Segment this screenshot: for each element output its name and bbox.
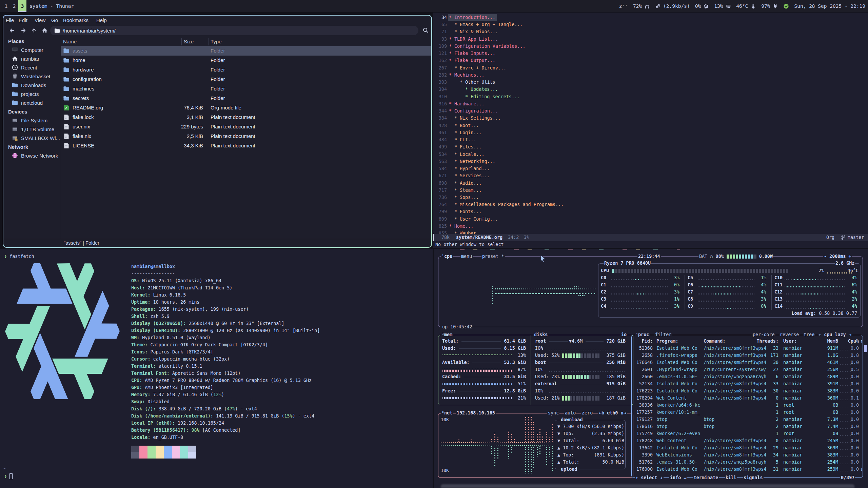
search-button[interactable] (422, 26, 430, 35)
workspace-button-1[interactable]: 1 (2, 0, 10, 12)
file-row-configuration[interactable]: configurationFolder (61, 75, 431, 84)
proc-count[interactable]: 0/397 (840, 475, 855, 481)
uptime-label[interactable]: up 10:45:42 (441, 324, 473, 330)
org-heading-line[interactable]: 484*CLI... (433, 136, 867, 143)
menu-edit[interactable]: Edit (19, 16, 27, 24)
cpu-box-label[interactable]: ¹cpu (441, 254, 453, 259)
filter-button[interactable]: filter (654, 332, 672, 338)
org-heading-line[interactable]: 121*Flake Inputs... (433, 50, 867, 57)
org-heading-line[interactable]: 461*Login... (433, 129, 867, 136)
org-heading-line[interactable]: 109*Configuration Variables... (433, 43, 867, 50)
clock-module[interactable]: Sun, 28 Sep 2025 - 22:19 (794, 3, 865, 9)
sidebar-item-wastebasket[interactable]: Wastebasket (12, 73, 50, 80)
org-heading-line[interactable]: 584*Hyprland... (433, 165, 867, 172)
org-heading-line[interactable]: 304*Updates... (433, 86, 867, 93)
sidebar-item-browse-network[interactable]: Browse Network (12, 152, 58, 159)
per-core-button[interactable]: per-core (752, 332, 775, 338)
sidebar-item-1-0-tb-volume[interactable]: 1,0 TB Volume (12, 125, 54, 133)
org-heading-line[interactable]: 499*Files... (433, 143, 867, 150)
reverse-button[interactable]: reverse (779, 332, 800, 338)
terminate-button[interactable]: terminate (693, 475, 719, 481)
path-text[interactable]: /home/nambiar/system/ (63, 28, 116, 34)
org-heading-line[interactable]: 267*Envrc + Direnv... (433, 64, 867, 72)
info-button[interactable]: info ↵ (669, 475, 687, 481)
pathbar[interactable]: /home/nambiar/system/ (50, 26, 418, 35)
io-button[interactable]: io (620, 332, 627, 338)
back-button[interactable] (8, 26, 16, 35)
org-heading-line[interactable]: 65*Emacs + Org + Tangle... (433, 21, 867, 28)
menu-bookmarks[interactable]: Bookmarks (63, 16, 88, 24)
sort-selector[interactable]: ← cpu lazy → (818, 332, 852, 338)
column-header-type[interactable]: Type (211, 37, 222, 46)
kill-button[interactable]: kill (725, 475, 737, 481)
tree-button[interactable]: tree (803, 332, 815, 338)
mem-box-label[interactable]: ²mem (441, 332, 453, 338)
org-heading-line[interactable]: 34*Introduction... (433, 14, 867, 21)
file-row-flake-nix[interactable]: flake.nix2,5 KiBPlain text document (61, 131, 431, 141)
file-row-flake-lock[interactable]: flake.lock3,1 KiBPlain text document (61, 113, 431, 122)
file-row-secrets[interactable]: secretsFolder (61, 94, 431, 103)
menu-help[interactable]: Help (96, 16, 107, 24)
org-heading-line[interactable]: 799*Fonts... (433, 208, 867, 215)
org-heading-line[interactable]: 809*User Config... (433, 216, 867, 223)
idle-inhibitor-module[interactable]: zᶻᶻ (619, 3, 628, 9)
menu-go[interactable]: Go (51, 16, 58, 24)
org-heading-line[interactable]: 344*Configuration... (433, 107, 867, 115)
volume-module[interactable]: 72% (633, 3, 650, 9)
file-row-home[interactable]: homeFolder (61, 56, 431, 65)
org-heading-line[interactable]: 563*Networking... (433, 158, 867, 165)
refresh-rate-control[interactable]: - 2000ms + (823, 254, 852, 259)
menu-file[interactable]: File (6, 16, 14, 24)
file-row-readme-org[interactable]: README.org76,4 KiBOrg-mode file (61, 103, 431, 113)
org-heading-line[interactable]: 162*Flake Output... (433, 57, 867, 64)
battery-module[interactable]: 97% (761, 3, 778, 9)
sidebar-item-projects[interactable]: projects (12, 90, 39, 98)
proc-box-label[interactable]: ⁴proc (635, 332, 650, 338)
org-heading-line[interactable]: 671*Services... (433, 172, 867, 179)
org-heading-line[interactable]: 303*Other Utils (433, 79, 867, 86)
menu-view[interactable]: View (35, 16, 45, 24)
cpu-module[interactable]: 0% (695, 3, 709, 9)
cpu-model-label[interactable]: Ryzen 7 PRO 8840U (604, 261, 651, 266)
file-row-license[interactable]: LICENSE34,3 KiBPlain text document (61, 141, 431, 150)
cpu-freq-label[interactable]: 2.8 GHz (835, 261, 855, 266)
sidebar-item-file-system[interactable]: File System (12, 117, 47, 124)
sidebar-item-nambiar[interactable]: nambiar (12, 55, 39, 62)
file-row-machines[interactable]: machinesFolder (61, 84, 431, 94)
org-heading-line[interactable]: 736*Sops... (433, 194, 867, 201)
systemd-status-module[interactable] (783, 3, 789, 9)
signals-button[interactable]: signals (743, 475, 763, 481)
workspace-button-3[interactable]: 3 (18, 0, 26, 12)
disks-label[interactable]: disks (533, 332, 548, 338)
org-heading-line[interactable]: 282*Machines... (433, 72, 867, 79)
org-heading-line[interactable]: 310*Editing secrets... (433, 93, 867, 100)
sidebar-item-downloads[interactable]: Downloads (12, 81, 46, 89)
org-heading-line[interactable]: 717*Steam... (433, 187, 867, 194)
sidebar-item-recent[interactable]: Recent (12, 64, 37, 71)
column-header-name[interactable]: Name (63, 37, 77, 46)
up-button[interactable] (30, 26, 38, 35)
org-heading-line[interactable]: 825*Home... (433, 223, 867, 230)
workspace-button-2[interactable]: 2 (10, 0, 18, 12)
menu-button[interactable]: menu (460, 254, 473, 259)
org-heading-line[interactable]: 316*Hardware... (433, 100, 867, 107)
org-heading-line[interactable]: 93*TLDR App List... (433, 36, 867, 43)
home-button[interactable] (41, 26, 49, 35)
sidebar-item-nextcloud[interactable]: nextcloud (12, 99, 43, 106)
org-heading-line[interactable]: 534*Locale... (433, 151, 867, 158)
forward-button[interactable] (19, 26, 27, 35)
clock-label[interactable]: 22:19:44 (637, 254, 661, 259)
sidebar-item-smallbox-wi-[interactable]: SMALLBOX Wi... (12, 134, 60, 142)
column-header-size[interactable]: Size (184, 37, 194, 46)
file-row-assets[interactable]: assetsFolder (61, 46, 431, 56)
org-heading-line[interactable]: 384*Nix Settings... (433, 115, 867, 122)
temperature-module[interactable]: 46°C (736, 3, 756, 9)
org-heading-line[interactable]: 764*Miscellaneous Packages and Programs.… (433, 201, 867, 208)
select-button[interactable]: ↑ select ↓ (635, 475, 664, 481)
memory-module[interactable]: 13% (714, 3, 731, 9)
sidebar-item-computer[interactable]: Computer (12, 46, 43, 54)
org-heading-line[interactable]: 71*Nix & Nixos... (433, 28, 867, 35)
terminal-btop[interactable]: ¹cpumenupreset *22:19:44BAT ○ 98% 0.00W-… (434, 249, 868, 488)
file-row-hardware[interactable]: hardwareFolder (61, 65, 431, 75)
file-row-user-nix[interactable]: user.nix229 bytesPlain text document (61, 122, 431, 131)
